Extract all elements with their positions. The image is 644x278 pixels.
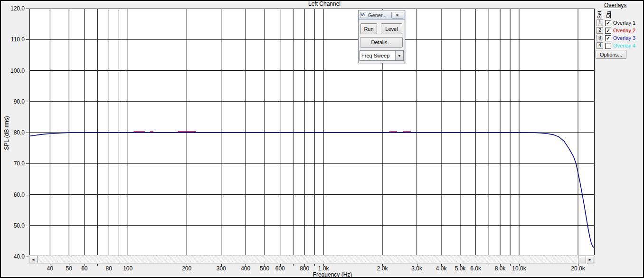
level-button[interactable]: Level <box>381 23 402 34</box>
scroll-left-button[interactable]: ◄ <box>29 256 38 263</box>
overlay-set-button-2[interactable]: 2 <box>597 27 603 34</box>
scroll-left-icon: ◄ <box>31 258 35 262</box>
overlay-label: Overlay 3 <box>613 35 635 41</box>
overlay-set-button-4[interactable]: 4 <box>597 42 603 49</box>
details-button[interactable]: Details... <box>360 37 403 48</box>
waveform-icon <box>360 12 366 18</box>
horizontal-scrollbar[interactable]: ◄ ► <box>28 255 595 264</box>
app-window: { "chart": { "title": "Left Channel", "x… <box>0 0 644 278</box>
y-tick-label: 40.0 <box>6 253 25 260</box>
y-tick-mark <box>26 39 29 40</box>
scroll-right-icon: ► <box>588 258 592 262</box>
x-tick-label: 200 <box>173 265 200 271</box>
y-tick-label: 120.0 <box>6 5 25 12</box>
frequency-response-curve <box>29 133 594 248</box>
signal-type-dropdown[interactable]: Freq Sweep ▼ <box>360 50 404 61</box>
y-tick-mark <box>26 102 29 102</box>
close-icon[interactable]: ✕ <box>391 12 403 19</box>
overlays-on-header: On <box>605 8 611 21</box>
x-tick-label: 60 <box>71 265 98 271</box>
x-tick-label: 20.0k <box>565 265 591 271</box>
y-tick-mark <box>26 195 29 195</box>
y-tick-mark <box>26 133 29 133</box>
x-tick-label: 1.0k <box>310 265 337 271</box>
overlays-panel-title: Overlays <box>604 2 637 9</box>
overlay-label: Overlay 1 <box>613 20 635 26</box>
overlay-set-button-1[interactable]: 1 <box>597 19 603 26</box>
overlay-on-checkbox-2[interactable]: ✓ <box>605 28 611 34</box>
x-tick-label: 3.0k <box>404 265 430 271</box>
generator-dialog-titlebar[interactable]: Gener... ✕ <box>359 10 405 20</box>
overlay-label: Overlay 4 <box>613 43 635 48</box>
y-tick-mark <box>26 9 29 9</box>
signal-type-value: Freq Sweep <box>360 53 395 58</box>
y-tick-label: 60.0 <box>6 192 25 198</box>
scroll-right-button[interactable]: ► <box>586 256 594 263</box>
x-tick-label: 10.0k <box>506 265 532 271</box>
plot-canvas <box>29 9 595 257</box>
overlay-set-button-3[interactable]: 3 <box>597 35 603 41</box>
y-axis-title: SPL (dB rms) <box>3 110 10 156</box>
overlay-on-checkbox-3[interactable]: ✓ <box>605 35 611 41</box>
chart-title: Left Channel <box>277 0 372 8</box>
x-tick-label: 2.0k <box>369 265 396 271</box>
y-tick-label: 70.0 <box>6 160 25 167</box>
y-tick-label: 50.0 <box>6 222 25 229</box>
overlay-on-checkbox-1[interactable]: ✓ <box>605 20 611 26</box>
overlay-on-checkbox-4[interactable] <box>605 43 611 49</box>
y-tick-mark <box>26 226 29 226</box>
y-tick-mark <box>26 163 29 164</box>
x-tick-label: 600 <box>267 265 294 271</box>
overlay-label: Overlay 2 <box>613 28 635 33</box>
generator-dialog-title: Gener... <box>366 12 391 18</box>
y-tick-label: 100.0 <box>6 67 25 74</box>
y-tick-mark <box>26 71 29 71</box>
x-tick-label: 300 <box>208 265 235 271</box>
y-tick-label: 90.0 <box>6 98 25 105</box>
options-button[interactable]: Options... <box>596 50 626 59</box>
run-button[interactable]: Run <box>360 23 377 34</box>
x-axis-title: Frequency (Hz) <box>285 271 380 278</box>
y-tick-label: 110.0 <box>6 36 25 43</box>
generator-dialog: Gener... ✕ Run Level Details... Freq Swe… <box>358 10 405 63</box>
x-tick-label: 100 <box>114 265 141 271</box>
chevron-down-icon[interactable]: ▼ <box>395 51 403 60</box>
x-tick-label: 6.0k <box>463 265 489 271</box>
